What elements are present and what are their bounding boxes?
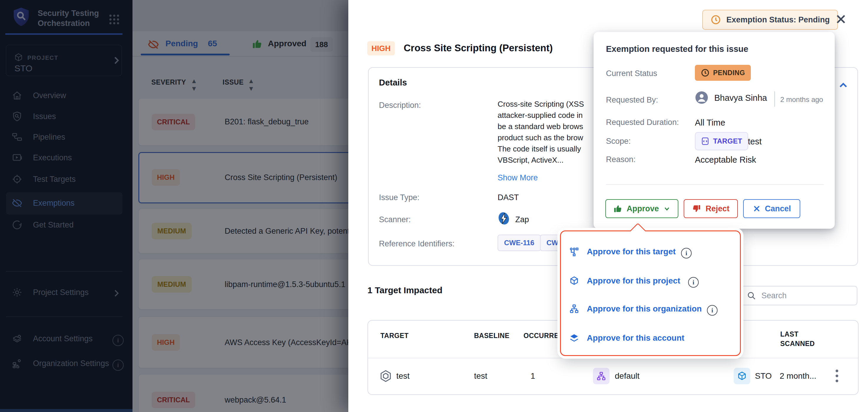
targets-heading: 1 Target Impacted [368, 285, 442, 295]
exemption-status-pill: Exemption Status: Pending [702, 10, 838, 30]
row-menu-kebab-icon[interactable] [836, 370, 838, 382]
menu-item-label: Approve for this organization [587, 304, 702, 314]
issue-type-value: DAST [498, 193, 519, 202]
description-line: VBScript, ActiveX... [498, 154, 595, 166]
app-root: Security Testing Orchestration PROJECT S… [0, 0, 868, 412]
scope-chip-text: TARGET [713, 137, 742, 145]
clock-icon [711, 14, 721, 25]
project-cube-icon [569, 276, 579, 286]
info-icon[interactable]: i [707, 305, 717, 316]
table-header-baseline: BASELINE [474, 332, 509, 340]
scanner-value: Zap [515, 215, 529, 224]
scope-target-chip: TARGET [695, 132, 748, 150]
duration-value: All Time [695, 118, 725, 127]
cell-target[interactable]: test [396, 371, 409, 381]
description-line: Cross-site Scripting (XSS [498, 98, 595, 110]
severity-badge: HIGH [367, 41, 395, 55]
table-header-target: TARGET [380, 332, 409, 340]
exemption-status-text: Exemption Status: Pending [726, 15, 830, 25]
target-graph-icon [569, 247, 579, 257]
chevron-down-icon [663, 205, 671, 212]
description-line: The code itself is usually [498, 143, 595, 154]
menu-item-label: Approve for this account [587, 333, 684, 343]
exemption-popup: Exemption requested for this issue Curre… [594, 32, 835, 229]
search-icon [747, 291, 756, 300]
info-icon[interactable]: i [688, 277, 699, 288]
cell-project: STO [755, 371, 772, 381]
approve-button-label: Approve [626, 204, 659, 213]
description-text: Cross-site Scripting (XSS attacker-suppl… [498, 98, 595, 168]
menu-item-approve-account[interactable]: Approve for this account [569, 333, 684, 343]
reference-identifiers-label: Reference Identifiers: [379, 239, 455, 248]
org-icon [593, 368, 610, 384]
target-hexagon-icon [379, 369, 392, 383]
pending-status-text: PENDING [713, 69, 745, 77]
description-line: attacker-supplied code in [498, 110, 595, 121]
scope-label: Scope: [606, 137, 631, 146]
search-input[interactable] [761, 291, 844, 301]
clock-icon [701, 68, 710, 77]
duration-label: Requested Duration: [606, 118, 679, 127]
organization-icon [569, 304, 579, 314]
modal-backdrop [0, 0, 348, 412]
description-label: Description: [379, 101, 421, 110]
cancel-button[interactable]: Cancel [743, 199, 800, 218]
show-more-link[interactable]: Show More [498, 173, 538, 182]
requested-by-label: Requested By: [606, 95, 658, 105]
details-heading: Details [379, 78, 407, 88]
name-time-divider [774, 91, 775, 107]
issue-details-drawer: Exemption Status: Pending HIGH Cross Sit… [348, 0, 868, 412]
requested-by-name: Bhavya Sinha [714, 93, 767, 103]
cell-last-scanned: 2 month... [780, 371, 816, 381]
target-scope-icon [701, 137, 710, 146]
thumbs-down-icon [692, 204, 701, 213]
close-icon[interactable] [835, 13, 847, 25]
cancel-button-label: Cancel [765, 204, 791, 213]
table-header-last-scanned: LAST SCANNED [780, 329, 825, 348]
menu-item-label: Approve for this target [587, 247, 676, 256]
approve-button[interactable]: Approve [606, 199, 678, 218]
approve-scope-dropdown: Approve for this target i Approve for th… [560, 231, 741, 356]
cell-baseline: test [474, 371, 487, 381]
x-icon [752, 205, 761, 213]
reject-button[interactable]: Reject [684, 199, 738, 218]
targets-search[interactable] [741, 286, 858, 305]
scope-value: test [748, 137, 762, 146]
description-line: product such as the brow [498, 132, 595, 143]
menu-item-approve-project[interactable]: Approve for this project [569, 276, 680, 286]
reject-button-label: Reject [706, 204, 729, 213]
info-icon[interactable]: i [681, 248, 692, 259]
zap-scanner-icon [497, 211, 510, 226]
scanner-label: Scanner: [379, 215, 411, 224]
reason-value: Acceptable Risk [695, 155, 756, 165]
account-layers-icon [569, 333, 579, 343]
requested-time: 2 months ago [780, 95, 823, 104]
issue-title: Cross Site Scripting (Persistent) [404, 42, 553, 54]
collapse-chevron-up-icon[interactable] [838, 80, 848, 91]
pending-status-badge: PENDING [695, 65, 751, 81]
popup-heading: Exemption requested for this issue [606, 44, 748, 54]
cell-occurrences: 1 [531, 371, 535, 381]
project-icon [734, 368, 750, 384]
menu-item-label: Approve for this project [587, 276, 680, 286]
menu-item-approve-target[interactable]: Approve for this target [569, 247, 676, 257]
reference-chip[interactable]: CWE-116 [498, 235, 541, 251]
menu-item-approve-organization[interactable]: Approve for this organization [569, 304, 702, 314]
table-divider [368, 358, 858, 358]
current-status-label: Current Status [606, 69, 657, 78]
avatar [695, 91, 708, 104]
popup-divider [606, 184, 824, 185]
issue-type-label: Issue Type: [379, 193, 420, 202]
reason-label: Reason: [606, 155, 636, 164]
description-line: be a standard web brows [498, 121, 595, 132]
thumbs-up-icon [613, 204, 622, 213]
cell-org: default [615, 371, 640, 381]
